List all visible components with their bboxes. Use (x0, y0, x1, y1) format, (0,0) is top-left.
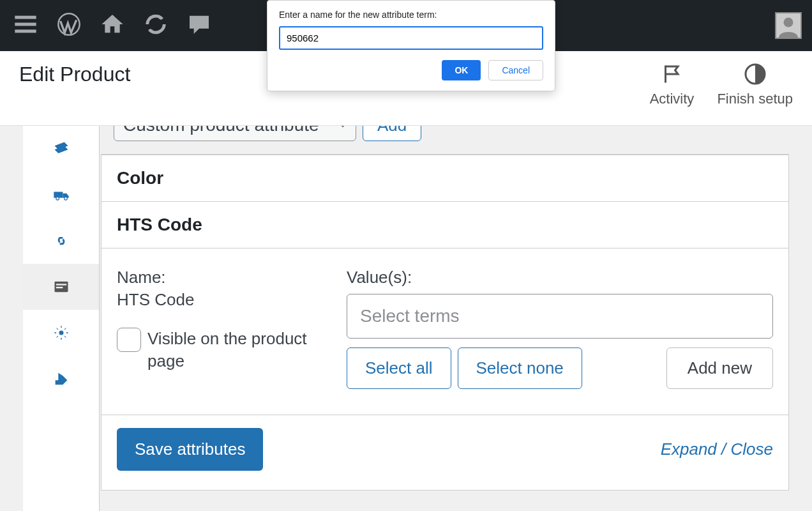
svg-rect-10 (56, 284, 66, 285)
svg-point-4 (784, 18, 793, 27)
svg-rect-1 (15, 23, 36, 26)
add-attribute-button[interactable]: Add (363, 126, 421, 141)
attribute-select-label: Custom product attribute (123, 126, 319, 135)
page-title: Edit Product (19, 63, 130, 86)
dialog-ok-button[interactable]: OK (442, 60, 481, 80)
dialog-input[interactable] (279, 26, 543, 50)
updates-icon[interactable] (143, 11, 169, 40)
name-value: HTS Code (117, 290, 347, 310)
side-tab-linked[interactable] (23, 218, 99, 264)
activity-button[interactable]: Activity (650, 63, 695, 107)
save-attributes-button[interactable]: Save attributes (117, 428, 263, 471)
name-label: Name: (117, 268, 347, 287)
finish-setup-button[interactable]: Finish setup (717, 63, 793, 107)
expand-close-control: Expand / Close (661, 439, 773, 459)
svg-point-12 (59, 331, 63, 335)
side-tab-attributes[interactable] (23, 264, 99, 310)
finish-setup-label: Finish setup (717, 91, 793, 107)
hamburger-menu-icon[interactable] (13, 11, 38, 40)
new-attribute-term-dialog: Enter a name for the new attribute term:… (267, 0, 555, 91)
svg-point-7 (56, 197, 59, 201)
visible-checkbox[interactable] (117, 328, 141, 352)
side-tab-general[interactable] (23, 126, 99, 172)
side-tab-advanced[interactable] (23, 310, 99, 356)
side-tab-get-more[interactable] (23, 356, 99, 402)
attribute-row-color[interactable]: Color (102, 155, 788, 202)
home-icon[interactable] (100, 11, 125, 40)
close-link[interactable]: Close (731, 439, 773, 459)
values-label: Value(s): (347, 268, 773, 287)
add-new-term-button[interactable]: Add new (666, 347, 773, 389)
dialog-prompt: Enter a name for the new attribute term: (279, 10, 543, 20)
select-terms-input[interactable]: Select terms (347, 294, 773, 339)
dialog-cancel-button[interactable]: Cancel (488, 60, 543, 80)
select-all-button[interactable]: Select all (347, 347, 451, 389)
comments-icon[interactable] (186, 11, 212, 40)
svg-rect-11 (56, 287, 63, 288)
activity-label: Activity (650, 91, 695, 107)
select-none-button[interactable]: Select none (458, 347, 582, 389)
wordpress-logo-icon[interactable] (56, 11, 82, 40)
side-tab-shipping[interactable] (23, 172, 99, 218)
user-avatar[interactable] (775, 12, 802, 39)
visible-label: Visible on the product page (147, 328, 347, 372)
svg-rect-2 (15, 29, 36, 33)
attribute-type-select[interactable]: Custom product attribute (114, 126, 356, 141)
svg-rect-0 (15, 16, 36, 19)
attribute-row-hts[interactable]: HTS Code (102, 202, 788, 248)
svg-point-8 (64, 197, 67, 201)
expand-link[interactable]: Expand (661, 439, 717, 459)
